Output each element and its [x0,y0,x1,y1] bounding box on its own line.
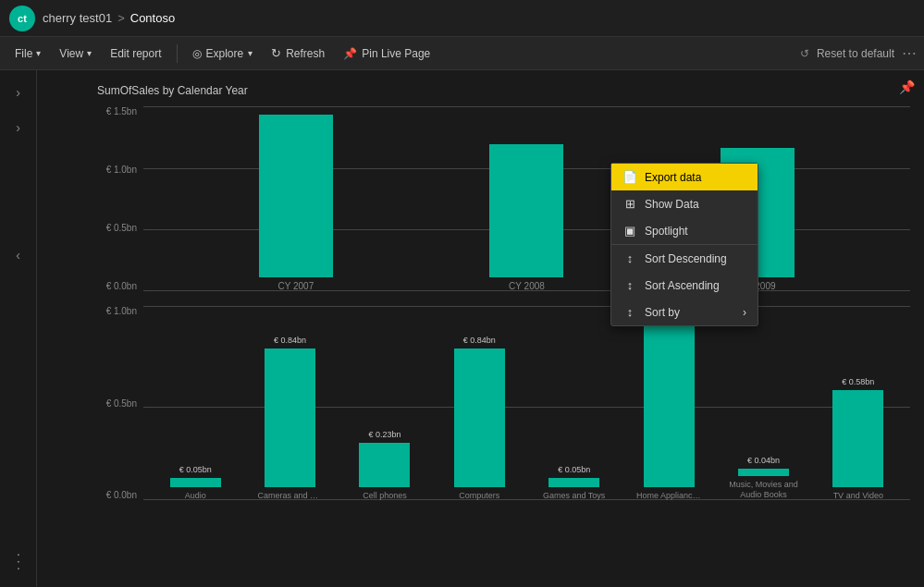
reset-default-label[interactable]: Reset to default [817,47,894,60]
bar-group-cellphones: € 0.23bn Cell phones [338,430,432,500]
main-layout: › › ‹ ··· SumOfSales by Calendar Year € … [0,70,924,587]
sort-by-arrow-icon: › [743,306,746,319]
val-music: € 0.04bn [747,456,780,465]
explore-menu[interactable]: ◎ Explore ▾ [185,43,261,64]
cat-tv: TV and Video [833,491,883,500]
top-bars: CY 2007 CY 2008 CY 2009 [143,106,910,291]
context-menu-show-data[interactable]: ⊞ Show Data [611,190,758,217]
pin-live-page-button[interactable]: 📌 Pin Live Page [336,43,437,64]
sort-by-label: Sort by [645,306,680,319]
show-data-label: Show Data [645,198,699,211]
content-area: SumOfSales by Calendar Year € 0.0bn € 0.… [37,70,924,587]
cat-computers: Computers [459,491,499,500]
edit-report-label: Edit report [110,47,161,60]
bar-group-audio: € 0.05bn Audio [148,465,242,500]
breadcrumb-sep: > [117,11,125,25]
pin-page-icon[interactable]: 📌 [899,79,915,94]
val-audio: € 0.05bn [179,465,212,474]
grid-area-top: CY 2007 CY 2008 CY 2009 [143,106,910,291]
top-chart-title: SumOfSales by Calendar Year [97,84,910,97]
context-menu-export-data[interactable]: 📄 Export data [611,164,758,190]
pin-icon: 📌 [343,47,357,60]
refresh-icon: ↻ [271,46,281,60]
y-label-15: € 1.5bn [97,106,142,116]
menu-separator [177,44,178,63]
more-options-icon[interactable]: ⋯ [902,44,917,62]
file-chevron-icon: ▾ [36,48,41,58]
bar-audio[interactable] [170,478,221,487]
sidebar-dots[interactable]: ··· [10,553,27,573]
report-name: Contoso [130,11,175,25]
refresh-button[interactable]: ↻ Refresh [264,43,332,64]
y-label-b05: € 0.5bn [97,398,142,409]
breadcrumb: cherry test01 > Contoso [43,11,175,25]
explore-label: Explore [206,47,244,60]
context-menu: 📄 Export data ⊞ Show Data ▣ Spotlight ↕ … [610,163,758,326]
top-chart: SumOfSales by Calendar Year € 0.0bn € 0.… [51,84,910,287]
export-data-label: Export data [645,171,701,184]
view-chevron-icon: ▾ [87,48,92,58]
menu-right-area: ↺ Reset to default ⋯ [800,44,917,62]
cat-cellphones: Cell phones [363,491,407,500]
val-cellphones: € 0.23bn [368,430,400,439]
val-tv: € 0.58bn [842,377,874,386]
bar-group-tv: € 0.58bn TV and Video [811,377,906,500]
cat-cameras: Cameras and camcorders [258,491,323,500]
cat-music: Music, Movies and Audio Books [729,480,798,500]
bar-games[interactable] [548,478,599,487]
bottom-bars: € 0.05bn Audio € 0.84bn Cameras and camc… [143,306,910,500]
spotlight-icon: ▣ [622,224,637,238]
sort-asc-label: Sort Ascending [645,279,720,292]
y-label-b10: € 1.0bn [97,306,142,316]
sort-desc-label: Sort Descending [645,252,727,265]
sidebar-collapse[interactable]: ‹ [10,242,26,268]
context-menu-sort-asc[interactable]: ↕ Sort Ascending [611,272,758,299]
spotlight-label: Spotlight [645,225,688,238]
bar-group-cy2007: CY 2007 [259,115,333,291]
bar-cameras[interactable] [265,349,315,487]
bar-cy2007[interactable] [259,115,333,277]
sort-by-icon: ↕ [622,305,637,319]
file-label: File [15,47,32,60]
sort-desc-icon: ↕ [622,251,637,265]
workspace-name[interactable]: cherry test01 [43,11,112,25]
bar-group-computers: € 0.84bn Computers [432,336,526,500]
bar-group-cy2008: CY 2008 [489,144,563,291]
bar-label-cy2007: CY 2007 [277,281,314,291]
y-axis-top: € 0.0bn € 0.5bn € 1.0bn € 1.5bn [97,106,142,291]
edit-report-button[interactable]: Edit report [103,43,168,64]
refresh-label: Refresh [286,47,325,60]
sidebar-expand-2[interactable]: › [10,115,26,141]
export-icon: 📄 [622,170,637,184]
reset-icon: ↺ [800,47,809,60]
bar-cellphones[interactable] [359,443,410,487]
sidebar: › › ‹ ··· [0,70,37,587]
cat-games: Games and Toys [543,491,605,500]
y-axis-bottom: € 0.0bn € 0.5bn € 1.0bn [97,306,142,500]
context-menu-sort-desc[interactable]: ↕ Sort Descending [611,245,758,272]
bar-music[interactable] [738,469,789,476]
sidebar-expand-1[interactable]: › [10,79,26,105]
view-label: View [59,47,83,60]
pin-live-label: Pin Live Page [362,47,430,60]
bar-group-games: € 0.05bn Games and Toys [527,465,622,500]
bar-tv[interactable] [832,390,883,487]
view-menu[interactable]: View ▾ [52,43,99,64]
show-data-icon: ⊞ [622,197,637,211]
y-label-05: € 0.5bn [97,223,142,233]
top-bar: ct cherry test01 > Contoso [0,0,924,37]
y-label-0: € 0.0bn [97,281,142,291]
bar-computers[interactable] [454,349,505,487]
bottom-chart: € 0.0bn € 0.5bn € 1.0bn € 0.05bn [51,306,910,537]
context-menu-spotlight[interactable]: ▣ Spotlight [611,217,758,244]
context-menu-sort-by[interactable]: ↕ Sort by › [611,299,758,325]
y-label-b0: € 0.0bn [97,490,142,500]
bar-cy2008[interactable] [489,144,563,277]
breadcrumb-area: ct cherry test01 > Contoso [9,6,175,31]
val-games: € 0.05bn [558,465,590,474]
bar-group-cameras: € 0.84bn Cameras and camcorders [242,336,337,500]
file-menu[interactable]: File ▾ [7,43,48,64]
val-cameras: € 0.84bn [274,336,306,345]
cat-audio: Audio [185,491,206,500]
menu-bar: File ▾ View ▾ Edit report ◎ Explore ▾ ↻ … [0,37,924,70]
